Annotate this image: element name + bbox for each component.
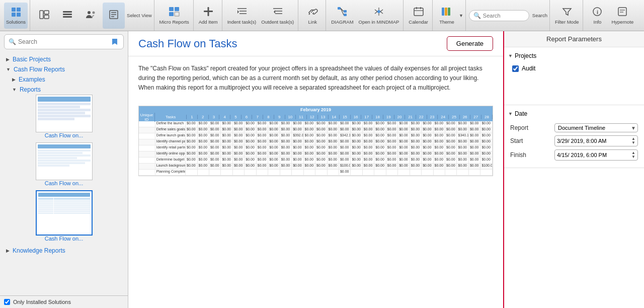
table-row: Define launch goals (launch timing and p… [139,133,493,139]
svg-line-38 [375,10,377,12]
date-expand-icon: ▼ [508,111,513,116]
sidebar-item-basic-projects[interactable]: ▶ Basic Projects [0,54,128,64]
add-item-button[interactable]: Add Item [197,3,220,29]
svg-rect-5 [44,11,49,14]
installed-solutions-checkbox[interactable] [4,299,10,305]
svg-rect-8 [63,14,72,15]
mindmap-button[interactable]: Open in MINDMAP [357,3,401,29]
start-date-value: 3/29/ 2019, 8:00 AM [557,138,629,144]
finish-date-field[interactable]: 4/15/ 2019, 6:00 PM ▲ ▼ [554,149,638,161]
col-25: 25 [449,115,460,119]
report-field-label: Report [510,124,550,131]
filter-icon [562,7,572,18]
micro-reports-label: Micro Reports [159,19,189,25]
calendar-button[interactable]: Calendar [407,3,430,29]
hypernote-button[interactable]: Hypernote [609,3,635,29]
start-field-label: Start [510,137,550,144]
date-section-header[interactable]: ▼ Date [504,108,644,119]
solutions-icon [11,7,22,18]
outdent-button[interactable]: Outdent task(s) [259,3,296,29]
sidebar-search-box[interactable]: 🔍 [4,34,124,49]
link-button[interactable]: Link [301,3,324,29]
col-9: 9 [274,115,285,119]
mindmap-label: Open in MINDMAP [359,19,399,25]
projects-section-header[interactable]: ▼ Projects [504,50,644,61]
start-date-field[interactable]: 3/29/ 2019, 8:00 AM ▲ ▼ [554,135,638,146]
view-grid-button[interactable] [33,3,55,29]
col-1: 1 [187,115,198,119]
report-dropdown-wrapper: Document Timeline ▼ [554,123,638,132]
svg-rect-9 [63,16,72,18]
sheet-title-row: February 2019 [139,106,493,113]
stepper-down-icon[interactable]: ▼ [631,155,635,159]
svg-rect-1 [17,8,21,12]
bookmark-icon[interactable] [110,36,119,47]
info-button[interactable]: i Info [586,3,608,29]
projects-section: ▼ Projects Audit [504,47,644,105]
col-7: 7 [252,115,263,119]
col-17: 17 [361,115,372,119]
finish-date-stepper[interactable]: ▲ ▼ [631,151,635,159]
solutions-button[interactable]: Solutions [4,3,28,29]
start-date-stepper[interactable]: ▲ ▼ [631,137,635,145]
svg-rect-47 [445,8,447,16]
micro-reports-button[interactable]: Micro Reports [157,3,191,29]
toolbar-group-add: Add Item [195,0,222,31]
indent-button[interactable]: Indent task(s) [225,3,259,29]
spreadsheet-preview: February 2019 Unique ID Tasks 1 2 3 4 5 … [138,106,493,176]
sidebar-item-cashflow-reports[interactable]: ▼ Cash Flow Reports [0,64,128,74]
thumb-label-3: Cash Flow on... [4,236,124,242]
expand-icon: ▼ [6,67,11,72]
generate-button[interactable]: Generate [447,36,493,51]
thumb-item-3[interactable]: Cash Flow on... [4,190,124,242]
svg-rect-18 [169,12,174,16]
mindmap-icon [373,7,384,18]
sidebar-search-input[interactable] [18,38,108,45]
theme-button[interactable]: Theme [436,3,458,29]
svg-line-41 [380,12,383,14]
view-report-button[interactable] [103,3,125,29]
sidebar-item-reports[interactable]: ▼ Reports [0,85,128,95]
people-icon [85,10,96,21]
col-15: 15 [340,115,351,119]
col-10: 10 [285,115,296,119]
table-row: Define sales goals $0.00$0.00$0.00$0.00$… [139,127,493,133]
search-input[interactable] [483,13,525,19]
toolbar-group-indent: Indent task(s) Outdent task(s) [223,0,299,31]
indent-label: Indent task(s) [227,19,257,25]
date-section-label: Date [515,110,527,117]
projects-expand-icon: ▼ [508,53,513,58]
thumb-item-2[interactable]: Cash Flow on... [4,142,124,186]
filter-mode-button[interactable]: Filter Mode [553,3,581,29]
calendar-label: Calendar [409,19,428,25]
col-18: 18 [372,115,383,119]
col-23: 23 [427,115,438,119]
thumb-label-2: Cash Flow on... [4,180,124,186]
project-checkbox-audit[interactable] [512,65,519,72]
col-uniqueid: Unique ID [139,113,155,122]
view-list-button[interactable] [56,3,78,29]
svg-rect-2 [12,13,16,17]
toolbar-search-box[interactable]: 🔍 [469,10,529,21]
col-16: 16 [351,115,362,119]
toolbar-group-info: i Info Hypernote [584,0,637,31]
report-dropdown[interactable]: Document Timeline [554,123,638,132]
sidebar-item-knowledge-reports[interactable]: ▶ Knowledge Reports [0,246,128,256]
stepper-down-icon[interactable]: ▼ [631,141,635,145]
sidebar-item-label: Basic Projects [13,56,51,63]
link-label: Link [308,19,317,25]
sidebar-item-examples[interactable]: ▶ Examples [0,74,128,85]
expand-icon: ▶ [6,248,10,253]
report-header: Cash Flow on Tasks Generate [128,31,503,56]
thumb-item-1[interactable]: Cash Flow on... [4,95,124,138]
view-people-button[interactable] [79,3,102,29]
svg-rect-32 [344,14,347,16]
diagram-button[interactable]: DIAGRAM [329,3,355,29]
date-grid: Report Document Timeline ▼ Start 3/29/ 2… [504,119,644,165]
svg-rect-46 [442,8,444,16]
sidebar-tree: ▶ Basic Projects ▼ Cash Flow Reports ▶ E… [0,52,128,295]
sidebar-search-icon: 🔍 [9,38,16,45]
expand-icon: ▶ [12,77,16,82]
svg-rect-6 [44,15,49,19]
sidebar-item-label: Examples [19,76,45,83]
